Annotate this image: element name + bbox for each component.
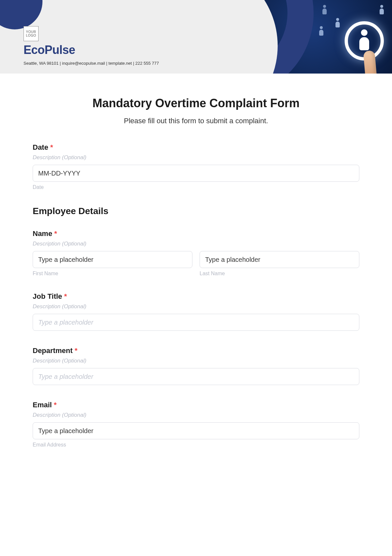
section-employee-details: Employee Details [33,206,359,216]
help-first-name: First Name [33,271,192,277]
field-email: Email * Description (Optional) Email Add… [33,401,359,448]
help-date: Date [33,184,359,190]
required-mark: * [50,143,53,151]
form-body: Mandatory Overtime Complaint Form Please… [0,74,392,461]
help-email: Email Address [33,442,359,448]
input-first-name[interactable] [33,251,192,268]
brand-subline: Seattle, WA 98101 | inquire@ecopulse.mai… [24,61,159,66]
label-job-title-text: Job Title [33,292,62,300]
label-department-text: Department [33,346,73,355]
input-job-title[interactable] [33,314,359,331]
desc-job-title: Description (Optional) [33,303,359,310]
label-email: Email * [33,401,359,409]
desc-date: Description (Optional) [33,154,359,161]
desc-name: Description (Optional) [33,241,359,247]
field-department: Department * Description (Optional) [33,346,359,385]
label-date: Date * [33,143,359,152]
input-last-name[interactable] [200,251,359,268]
person-icon [359,29,369,50]
required-mark: * [64,292,67,300]
field-name: Name * Description (Optional) First Name… [33,229,359,277]
input-date[interactable] [33,165,359,182]
brand-name: EcoPulse [24,43,159,57]
help-last-name: Last Name [200,271,359,277]
required-mark: * [74,346,77,355]
input-email[interactable] [33,422,359,439]
brand-block: YOUR LOGO EcoPulse Seattle, WA 98101 | i… [24,26,159,66]
label-job-title: Job Title * [33,292,359,301]
desc-email: Description (Optional) [33,412,359,418]
field-job-title: Job Title * Description (Optional) [33,292,359,331]
field-date: Date * Description (Optional) Date [33,143,359,190]
required-mark: * [54,229,57,238]
input-department[interactable] [33,368,359,385]
required-mark: * [54,401,57,409]
header-banner: YOUR LOGO EcoPulse Seattle, WA 98101 | i… [0,0,392,74]
label-date-text: Date [33,143,48,151]
label-name: Name * [33,229,359,238]
label-name-text: Name [33,229,52,238]
form-title: Mandatory Overtime Complaint Form [33,96,359,110]
label-email-text: Email [33,401,52,409]
desc-department: Description (Optional) [33,358,359,364]
header-illustration [193,0,392,74]
logo-placeholder: YOUR LOGO [24,26,39,41]
label-department: Department * [33,346,359,355]
decor-circle [0,0,42,29]
form-subtitle: Please fill out this form to submit a co… [33,117,359,125]
